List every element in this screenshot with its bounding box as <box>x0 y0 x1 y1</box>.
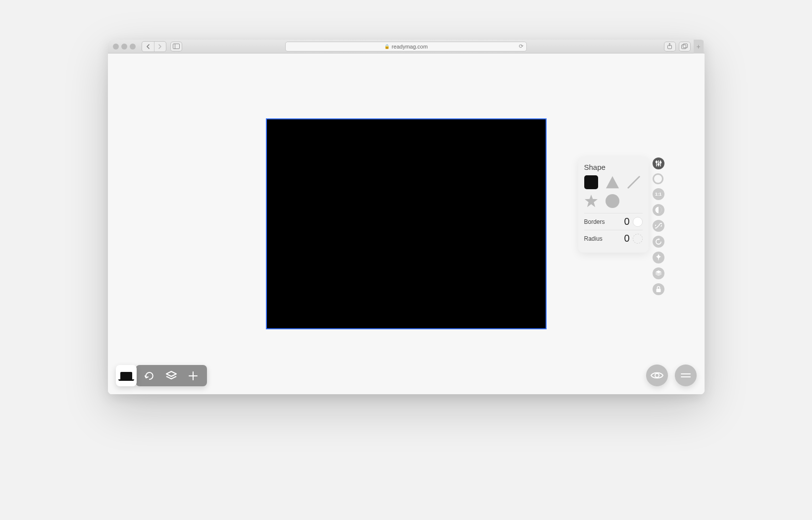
svg-line-15 <box>658 225 660 227</box>
fill-tool[interactable] <box>653 173 663 184</box>
laptop-icon <box>120 372 132 379</box>
page-tools <box>136 365 207 386</box>
borders-value[interactable]: 0 <box>624 216 629 227</box>
arrange-tool[interactable] <box>653 267 664 279</box>
reload-icon[interactable]: ⟳ <box>519 43 523 50</box>
panel-title: Shape <box>584 163 643 171</box>
svg-point-7 <box>606 194 619 208</box>
svg-point-19 <box>655 373 659 377</box>
side-toolbar: 1:1 <box>653 157 664 295</box>
minimize-window-icon[interactable] <box>121 44 127 50</box>
opacity-tool[interactable] <box>653 204 664 216</box>
svg-rect-0 <box>173 44 179 49</box>
pin-tool[interactable] <box>653 252 664 263</box>
nav-buttons <box>142 41 166 52</box>
back-button[interactable] <box>142 42 154 52</box>
lock-icon: 🔒 <box>384 44 390 49</box>
selected-shape-rectangle[interactable] <box>266 119 546 329</box>
svg-point-13 <box>660 162 661 163</box>
shape-star-option[interactable] <box>584 194 598 208</box>
radius-row[interactable]: Radius 0 <box>584 230 643 247</box>
border-color-swatch[interactable] <box>633 217 643 227</box>
svg-point-11 <box>656 161 657 163</box>
shape-line-option[interactable] <box>627 175 641 189</box>
borders-label: Borders <box>584 218 605 225</box>
sidebar-toggle-button[interactable] <box>170 42 182 52</box>
preview-button[interactable] <box>646 364 668 386</box>
aspect-ratio-tool[interactable]: 1:1 <box>653 188 664 200</box>
rotate-tool[interactable] <box>653 236 664 248</box>
svg-rect-3 <box>682 45 686 49</box>
add-widget-button[interactable] <box>182 365 204 386</box>
svg-rect-16 <box>656 289 660 292</box>
editor-viewport[interactable]: Shape Borders <box>108 53 705 394</box>
new-tab-button[interactable]: + <box>694 40 704 53</box>
tabs-button[interactable] <box>679 42 691 52</box>
svg-rect-5 <box>584 175 598 189</box>
shape-triangle-option[interactable] <box>606 175 619 189</box>
settings-tool[interactable] <box>653 157 664 169</box>
radius-label: Radius <box>584 235 603 242</box>
zoom-window-icon[interactable] <box>130 44 136 50</box>
browser-right-controls: + <box>664 40 705 53</box>
borders-row[interactable]: Borders 0 <box>584 213 643 230</box>
lock-tool[interactable] <box>653 283 664 295</box>
bottom-right-toolbar <box>646 364 697 386</box>
browser-chrome: 🔒 readymag.com ⟳ + <box>108 40 705 53</box>
undo-button[interactable] <box>139 365 160 386</box>
shape-rectangle-option[interactable] <box>584 175 598 189</box>
radius-preview-icon <box>633 234 643 244</box>
bottom-left-toolbar <box>116 365 207 386</box>
close-window-icon[interactable] <box>113 44 119 50</box>
url-bar[interactable]: 🔒 readymag.com ⟳ <box>285 42 527 52</box>
device-desktop-button[interactable] <box>116 365 137 386</box>
svg-line-6 <box>628 177 639 188</box>
shape-picker <box>584 175 643 208</box>
forward-button[interactable] <box>154 42 166 52</box>
traffic-lights <box>113 44 136 50</box>
url-text: readymag.com <box>392 44 428 50</box>
link-tool[interactable] <box>653 220 664 232</box>
radius-value[interactable]: 0 <box>624 233 629 244</box>
menu-button[interactable] <box>675 364 697 386</box>
shape-properties-panel: Shape Borders <box>578 157 649 253</box>
svg-rect-4 <box>683 44 688 48</box>
svg-point-12 <box>658 164 659 165</box>
layers-button[interactable] <box>160 365 182 386</box>
browser-window: 🔒 readymag.com ⟳ + Shape <box>108 40 705 394</box>
share-button[interactable] <box>664 42 676 52</box>
shape-circle-option[interactable] <box>606 194 619 208</box>
